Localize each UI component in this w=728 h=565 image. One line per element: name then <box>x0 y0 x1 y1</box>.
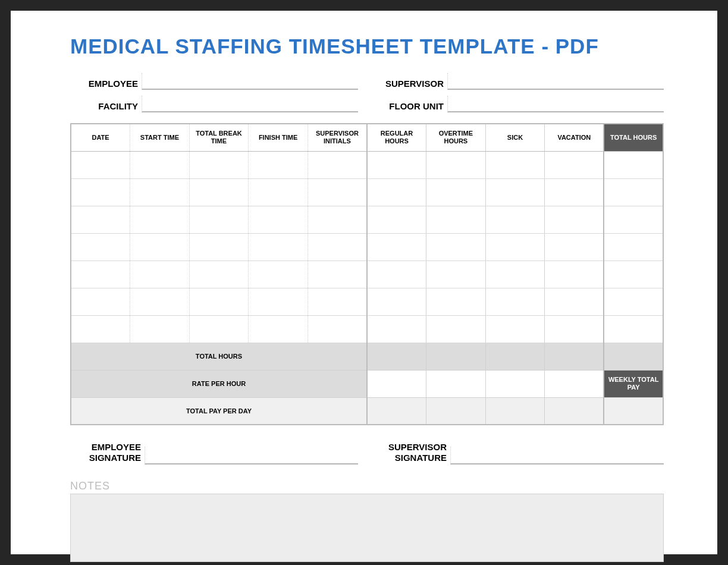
cell-start[interactable] <box>130 178 190 206</box>
cell-overtime[interactable] <box>426 206 486 233</box>
floorunit-field[interactable] <box>447 96 664 112</box>
facility-field[interactable] <box>142 96 358 112</box>
cell-overtime[interactable] <box>426 233 486 260</box>
cell-sick[interactable] <box>485 178 545 206</box>
pdf-viewer: MEDICAL STAFFING TIMESHEET TEMPLATE - PD… <box>0 0 728 565</box>
cell-supinit[interactable] <box>307 260 367 288</box>
table-row <box>71 151 663 178</box>
cell-supinit[interactable] <box>307 151 367 178</box>
cell-finish[interactable] <box>249 151 308 178</box>
cell-finish[interactable] <box>249 288 308 315</box>
cell-break[interactable] <box>189 260 249 288</box>
cell-vacation[interactable] <box>545 206 604 233</box>
col-date: DATE <box>71 124 130 151</box>
rate-label: RATE PER HOUR <box>71 370 367 397</box>
cell-total[interactable] <box>604 178 663 206</box>
cell-sick[interactable] <box>485 151 545 178</box>
supervisor-field[interactable] <box>447 73 664 90</box>
cell-date[interactable] <box>71 151 130 178</box>
row-pay: TOTAL PAY PER DAY <box>71 397 663 425</box>
cell-vacation[interactable] <box>545 151 604 178</box>
cell-date[interactable] <box>71 288 130 315</box>
row-total-hours: TOTAL HOURS <box>71 343 663 370</box>
total-vacation <box>545 343 604 370</box>
cell-start[interactable] <box>130 206 190 233</box>
cell-supinit[interactable] <box>307 288 367 315</box>
cell-break[interactable] <box>189 315 249 343</box>
cell-break[interactable] <box>189 151 249 178</box>
cell-start[interactable] <box>130 288 190 315</box>
table-row <box>71 233 663 260</box>
cell-finish[interactable] <box>249 233 308 260</box>
cell-start[interactable] <box>130 315 190 343</box>
cell-vacation[interactable] <box>545 288 604 315</box>
cell-total[interactable] <box>604 315 663 343</box>
cell-sick[interactable] <box>485 206 545 233</box>
cell-date[interactable] <box>71 315 130 343</box>
emp-sig-label: EMPLOYEE SIGNATURE <box>70 442 145 464</box>
cell-supinit[interactable] <box>307 178 367 206</box>
cell-finish[interactable] <box>249 315 308 343</box>
info-grid: EMPLOYEE SUPERVISOR FACILITY FLOOR UNIT <box>70 73 664 112</box>
cell-break[interactable] <box>189 233 249 260</box>
cell-total[interactable] <box>604 288 663 315</box>
cell-date[interactable] <box>71 260 130 288</box>
cell-date[interactable] <box>71 206 130 233</box>
total-regular <box>367 343 426 370</box>
cell-supinit[interactable] <box>307 315 367 343</box>
total-sick <box>485 343 545 370</box>
cell-overtime[interactable] <box>426 151 486 178</box>
cell-sick[interactable] <box>485 260 545 288</box>
cell-break[interactable] <box>189 178 249 206</box>
cell-finish[interactable] <box>249 178 308 206</box>
cell-regular[interactable] <box>367 288 426 315</box>
cell-overtime[interactable] <box>426 315 486 343</box>
notes-field[interactable] <box>70 494 664 562</box>
pay-overtime <box>426 397 486 425</box>
cell-date[interactable] <box>71 233 130 260</box>
cell-regular[interactable] <box>367 178 426 206</box>
cell-supinit[interactable] <box>307 233 367 260</box>
cell-total[interactable] <box>604 151 663 178</box>
cell-vacation[interactable] <box>545 315 604 343</box>
cell-sick[interactable] <box>485 315 545 343</box>
employee-field[interactable] <box>142 73 358 90</box>
cell-overtime[interactable] <box>426 288 486 315</box>
emp-sig-field[interactable] <box>145 447 358 464</box>
cell-overtime[interactable] <box>426 260 486 288</box>
sup-sig-field[interactable] <box>450 447 664 464</box>
cell-total[interactable] <box>604 233 663 260</box>
cell-regular[interactable] <box>367 260 426 288</box>
table-row <box>71 288 663 315</box>
cell-regular[interactable] <box>367 233 426 260</box>
cell-start[interactable] <box>130 151 190 178</box>
cell-sick[interactable] <box>485 288 545 315</box>
rate-vacation[interactable] <box>545 370 604 397</box>
cell-start[interactable] <box>130 233 190 260</box>
cell-regular[interactable] <box>367 206 426 233</box>
cell-break[interactable] <box>189 288 249 315</box>
col-break: TOTAL BREAK TIME <box>189 124 249 151</box>
rate-sick[interactable] <box>485 370 545 397</box>
cell-supinit[interactable] <box>307 206 367 233</box>
col-total: TOTAL HOURS <box>604 124 663 151</box>
cell-sick[interactable] <box>485 233 545 260</box>
col-sick: SICK <box>485 124 545 151</box>
cell-total[interactable] <box>604 260 663 288</box>
rate-regular[interactable] <box>367 370 426 397</box>
cell-regular[interactable] <box>367 315 426 343</box>
cell-finish[interactable] <box>249 206 308 233</box>
timesheet-table: DATE START TIME TOTAL BREAK TIME FINISH … <box>70 123 664 425</box>
rate-overtime[interactable] <box>426 370 486 397</box>
cell-date[interactable] <box>71 178 130 206</box>
cell-start[interactable] <box>130 260 190 288</box>
cell-finish[interactable] <box>249 260 308 288</box>
cell-regular[interactable] <box>367 151 426 178</box>
cell-break[interactable] <box>189 206 249 233</box>
cell-vacation[interactable] <box>545 178 604 206</box>
cell-overtime[interactable] <box>426 178 486 206</box>
cell-vacation[interactable] <box>545 260 604 288</box>
document-page: MEDICAL STAFFING TIMESHEET TEMPLATE - PD… <box>11 11 717 554</box>
cell-total[interactable] <box>604 206 663 233</box>
cell-vacation[interactable] <box>545 233 604 260</box>
